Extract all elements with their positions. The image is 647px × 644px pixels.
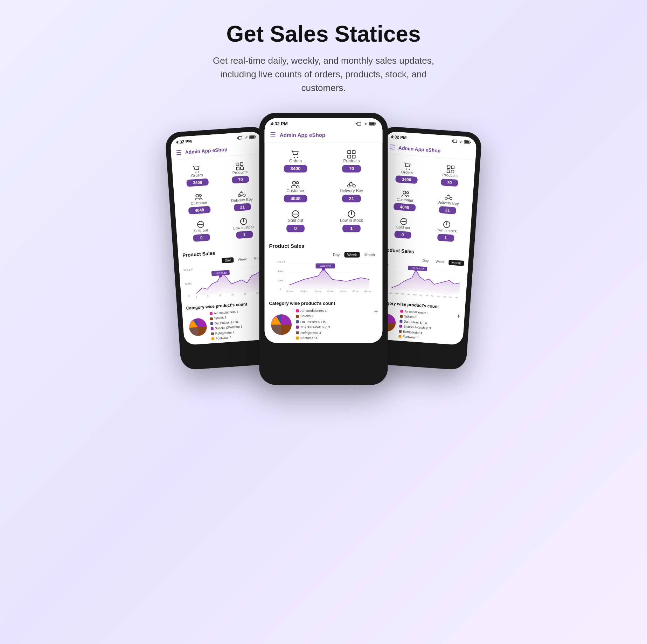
soldout-value: 0 [286, 225, 305, 232]
menu-icon[interactable]: ☰ [389, 143, 395, 151]
stat-customer: Customer 4048 [383, 185, 427, 216]
soldout-label: Sold out [194, 228, 208, 233]
svg-text:1: 1 [196, 296, 197, 298]
svg-text:Oct: Oct [443, 295, 446, 298]
pie-chart [187, 316, 209, 338]
wifi-icon [244, 135, 248, 139]
svg-text:10: 10 [218, 294, 221, 297]
camera-icon [355, 122, 361, 126]
products-value: 70 [232, 175, 250, 183]
customer-label: Customer [286, 188, 305, 193]
lowstock-value: 1 [236, 231, 253, 239]
svg-text:20: 20 [244, 292, 246, 295]
legend-list: Air conditioners 1 Spices 2 Dal,Pulses &… [296, 308, 330, 341]
svg-point-91 [445, 197, 447, 200]
delivery-icon [444, 193, 453, 201]
legend-item: Air conditioners 1 [296, 308, 330, 314]
svg-point-88 [403, 191, 406, 194]
svg-point-53 [351, 182, 352, 183]
orders-value: 3400 [284, 165, 307, 173]
svg-line-94 [401, 221, 406, 222]
legend-dot [210, 312, 213, 315]
svg-text:07-Jun: 07-Jun [353, 290, 359, 292]
menu-icon[interactable]: ☰ [270, 131, 276, 139]
lowstock-value: 1 [437, 234, 454, 242]
legend-item: Spices 2 [296, 314, 330, 319]
tab-day[interactable]: Day [419, 258, 432, 264]
stat-lowstock: Low in stock 1 [424, 216, 468, 246]
svg-point-89 [406, 191, 408, 194]
svg-point-49 [292, 181, 295, 184]
svg-rect-42 [376, 123, 376, 124]
svg-text:Jan: Jan [389, 292, 392, 294]
wifi-icon [363, 122, 367, 126]
svg-text:Feb: Feb [395, 292, 398, 295]
delivery-value: 21 [342, 195, 361, 203]
legend-dot [211, 327, 214, 330]
stat-orders: Orders 3400 [267, 146, 324, 176]
svg-rect-9 [240, 163, 243, 166]
customer-value: 4048 [188, 206, 211, 214]
svg-point-2 [245, 138, 246, 139]
stat-products: Products 70 [217, 158, 262, 188]
center-phone: 4:32 PM ☰ Admin App eShop Orders [259, 113, 388, 385]
svg-rect-0 [237, 137, 238, 139]
svg-rect-38 [357, 122, 361, 125]
legend-dot [398, 335, 402, 338]
battery-icon [369, 122, 377, 126]
add-category-button[interactable]: + [374, 308, 378, 316]
products-value: 70 [342, 165, 361, 173]
svg-text:≈484,12.0: ≈484,12.0 [320, 265, 331, 268]
orders-value: 3400 [395, 175, 418, 184]
products-icon [235, 162, 243, 170]
svg-text:Jun: Jun [419, 294, 422, 296]
svg-text:500K: 500K [185, 282, 192, 285]
svg-rect-84 [447, 166, 450, 169]
category-row: Air conditioners 1 Spices 2 Dal,Pulses &… [375, 307, 460, 343]
svg-text:Mar: Mar [401, 293, 405, 295]
tab-day[interactable]: Day [330, 252, 343, 258]
cart-icon [291, 150, 300, 159]
page-title: Get Sales Statices [227, 21, 421, 47]
customer-label: Customer [397, 197, 413, 202]
lowstock-value: 1 [342, 225, 361, 232]
tab-day[interactable]: Day [222, 257, 234, 263]
svg-point-90 [450, 197, 452, 200]
tab-week[interactable]: Week [433, 259, 447, 265]
svg-rect-37 [356, 123, 357, 124]
camera-icon [451, 139, 457, 143]
svg-rect-87 [451, 170, 454, 173]
lowstock-icon [239, 217, 248, 225]
svg-rect-47 [348, 155, 351, 158]
svg-text:0: 0 [280, 288, 281, 291]
center-phone-screen: 4:32 PM ☰ Admin App eShop Orders [265, 118, 383, 343]
phones-showcase: 4:32 PM ☰ Admin App eShop Orders [78, 123, 569, 375]
svg-line-18 [198, 224, 203, 225]
svg-text:903.1 K: 903.1 K [183, 268, 194, 272]
svg-text:Nov: Nov [449, 296, 452, 299]
page-subtitle: Get real-time daily, weekly, and monthly… [201, 54, 446, 95]
tab-week[interactable]: Week [235, 256, 250, 262]
tab-month[interactable]: Month [448, 260, 464, 266]
tab-month[interactable]: Month [361, 252, 378, 258]
add-category-button[interactable]: + [456, 313, 460, 320]
svg-rect-10 [236, 167, 239, 170]
battery-icon [464, 140, 471, 144]
svg-point-7 [198, 172, 199, 173]
status-time: 4:32 PM [176, 139, 192, 145]
chart-area: Day Week Month 19.3 M 15M 10M 5M 0 [374, 253, 468, 304]
lowstock-label: Low in stock [340, 218, 363, 223]
pie-chart [269, 312, 293, 337]
svg-rect-1 [238, 136, 242, 140]
svg-rect-80 [464, 141, 469, 143]
tab-week[interactable]: Week [344, 252, 360, 258]
stat-products: Products 70 [427, 161, 472, 191]
soldout-icon [399, 217, 408, 225]
orders-label: Orders [191, 173, 203, 178]
svg-text:Dec: Dec [455, 296, 458, 299]
soldout-value: 0 [193, 234, 210, 242]
svg-rect-76 [452, 140, 453, 142]
svg-text:5: 5 [207, 295, 208, 298]
app-title: Admin App eShop [185, 147, 228, 155]
menu-icon[interactable]: ☰ [176, 149, 182, 157]
